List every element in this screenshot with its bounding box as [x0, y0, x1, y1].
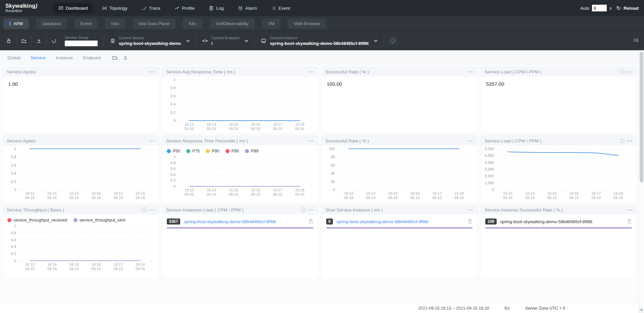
info-icon[interactable]: i — [620, 69, 625, 74]
chevron-down-icon — [245, 39, 248, 42]
subtab-web-browser[interactable]: Web Browser — [288, 18, 326, 29]
import-template-button[interactable] — [18, 36, 30, 46]
scrollbar-thumb[interactable] — [640, 52, 643, 182]
tab-global[interactable]: Global — [7, 55, 20, 60]
subtab-istio-data-plane[interactable]: Istio Data Plane — [133, 18, 176, 29]
nav-label: Topology — [109, 6, 128, 11]
svg-text:16:18: 16:18 — [295, 122, 304, 126]
legend-item-received[interactable]: service_throughput_received — [7, 218, 67, 223]
more-icon[interactable]: ••• — [308, 70, 314, 74]
download-icon — [36, 38, 42, 44]
subtab-selfobservability[interactable]: SelfObservability — [210, 18, 255, 29]
more-icon[interactable]: ••• — [308, 208, 314, 212]
legend-item-p50[interactable]: P50 — [167, 149, 180, 153]
svg-text:4,000: 4,000 — [485, 161, 494, 165]
nav-item-dashboard[interactable]: Dashboard — [54, 3, 93, 13]
export-template-button[interactable] — [33, 36, 45, 46]
card-title: Service Apdex — [7, 69, 149, 74]
instance-link[interactable]: spring-boot-skywalking-demo-58b48465cf-8… — [184, 219, 305, 224]
language-toggle[interactable]: En — [505, 306, 510, 311]
nav-item-event[interactable]: Event — [266, 3, 295, 13]
svg-text:09-15: 09-15 — [525, 196, 535, 200]
subtab-database[interactable]: Database — [36, 18, 67, 29]
info-icon[interactable]: i — [142, 207, 147, 212]
instance-name[interactable]: spring-boot-skywalking-demo-58b48465cf-8… — [500, 219, 624, 224]
svg-text:09-15: 09-15 — [454, 196, 464, 200]
more-icon[interactable]: ••• — [149, 139, 155, 143]
lock-template-button[interactable] — [3, 36, 15, 46]
refresh-templates-button[interactable] — [48, 36, 60, 46]
nav-label: Dashboard — [66, 6, 88, 11]
nav-item-profile[interactable]: Profile — [170, 3, 199, 13]
copy-button[interactable] — [467, 219, 473, 224]
more-icon[interactable]: ••• — [149, 70, 155, 74]
legend-item-p75[interactable]: P75 — [186, 149, 200, 153]
svg-text:09-15: 09-15 — [251, 127, 260, 131]
subtab-vm[interactable]: VM — [262, 18, 281, 29]
svg-text:0: 0 — [333, 188, 335, 192]
timezone-setting[interactable]: Server Zone UTC + 0 — [525, 306, 565, 311]
svg-text:16:18: 16:18 — [136, 262, 145, 266]
folder-icon[interactable] — [112, 55, 117, 60]
svg-text:09-15: 09-15 — [388, 196, 397, 200]
instance-link[interactable]: spring-boot-skywalking-demo-58b48465cf-8… — [336, 219, 464, 224]
legend-item-p95[interactable]: P95 — [226, 149, 239, 153]
time-range[interactable]: 2021-09-15 16:13 ~ 2021-09-15 16:18 — [418, 306, 489, 311]
tab-endpoint[interactable]: Endpoint — [83, 55, 101, 60]
reload-icon[interactable]: ↻ — [616, 5, 621, 11]
more-icon[interactable]: ••• — [627, 70, 633, 74]
auto-interval-input[interactable] — [592, 5, 607, 11]
more-icon[interactable]: ••• — [308, 139, 314, 143]
svg-text:09-15: 09-15 — [185, 192, 194, 196]
collapse-panel-button[interactable] — [633, 38, 639, 44]
tab-instance[interactable]: Instance — [56, 55, 73, 60]
svg-text:16:13: 16:13 — [185, 188, 194, 192]
nav-item-topology[interactable]: Topology — [97, 3, 132, 13]
copy-button[interactable] — [308, 219, 313, 224]
svg-text:09-15: 09-15 — [69, 196, 79, 200]
svg-text:16:13: 16:13 — [503, 191, 512, 195]
profile-icon — [175, 6, 180, 11]
subtab-k8s[interactable]: K8s — [183, 18, 202, 29]
current-endpoint-selector[interactable]: <> Current Endpoint / — [198, 36, 253, 46]
subtab-istio[interactable]: Istio — [105, 18, 125, 29]
more-icon[interactable]: ••• — [468, 208, 473, 212]
info-icon[interactable]: i — [301, 207, 306, 212]
svg-text:0.6: 0.6 — [170, 167, 175, 171]
legend-item-p90[interactable]: P90 — [206, 149, 219, 153]
subtab-apm[interactable]: APM — [3, 18, 29, 29]
clipboard-icon — [467, 219, 473, 224]
nav-item-alarm[interactable]: Alarm — [233, 3, 262, 13]
reload-button[interactable]: Reload — [624, 6, 639, 11]
scrollbar-down-arrow[interactable]: ▼ — [639, 307, 644, 313]
info-icon[interactable]: i — [620, 138, 625, 143]
card-title: Service Instances Load ( CPM / PPM ) — [166, 207, 301, 212]
legend-dot — [73, 218, 78, 222]
service-group-input[interactable] — [65, 41, 98, 46]
more-icon[interactable]: ••• — [468, 70, 473, 74]
more-icon[interactable]: ••• — [627, 139, 633, 143]
legend-item-p99[interactable]: P99 — [245, 149, 258, 153]
legend-item-sent[interactable]: service_throughput_sent — [73, 218, 126, 223]
copy-button[interactable] — [627, 219, 632, 224]
more-icon[interactable]: ••• — [468, 139, 473, 143]
svg-text:16:14: 16:14 — [207, 122, 216, 126]
current-service-selector[interactable]: Current Service spring-boot-skywalking-d… — [105, 36, 195, 46]
subtab-event[interactable]: Event — [75, 18, 98, 29]
service-group-selector[interactable]: Service Group — [60, 36, 102, 46]
download-icon[interactable] — [123, 55, 128, 60]
toolbar-info-button[interactable]: i — [389, 37, 397, 45]
tab-service[interactable]: Service — [31, 55, 46, 60]
current-instance-selector[interactable]: Current Instance spring-boot-skywalking-… — [256, 36, 382, 46]
svg-text:0.8: 0.8 — [170, 161, 175, 165]
more-icon[interactable]: ••• — [627, 208, 633, 212]
nav-item-trace[interactable]: Trace — [137, 3, 165, 13]
page-scrollbar: ▼ — [638, 50, 644, 313]
svg-text:09-15: 09-15 — [25, 267, 35, 271]
more-icon[interactable]: ••• — [149, 208, 155, 212]
svg-text:0.6: 0.6 — [170, 94, 175, 98]
percentile-chart: 00.20.40.60.8116:1309-1516:1409-1516:150… — [162, 153, 318, 198]
svg-text:1: 1 — [14, 147, 16, 151]
dashboard-template-tabs: APM Database Event Istio Istio Data Plan… — [0, 16, 644, 31]
nav-item-log[interactable]: Log — [204, 3, 229, 13]
